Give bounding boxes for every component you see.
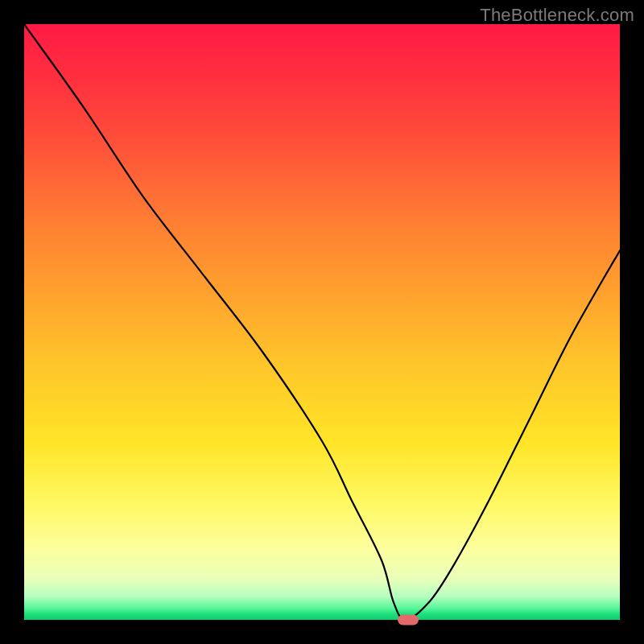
watermark-text: TheBottleneck.com bbox=[480, 5, 634, 26]
bottleneck-curve bbox=[24, 24, 620, 620]
curve-svg bbox=[24, 24, 620, 620]
optimal-point-marker bbox=[398, 615, 419, 625]
chart-frame: TheBottleneck.com bbox=[0, 0, 644, 644]
plot-area bbox=[24, 24, 620, 620]
